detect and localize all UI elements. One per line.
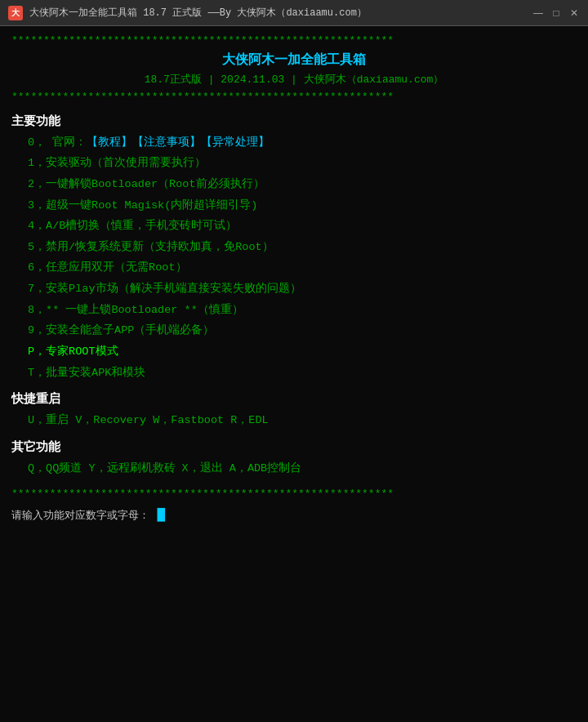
stars-top: ****************************************… bbox=[11, 33, 577, 49]
app-icon-text: 大 bbox=[11, 7, 20, 19]
menu-key-5: 5， bbox=[28, 241, 46, 253]
input-cursor: █ bbox=[158, 508, 166, 523]
main-content: ****************************************… bbox=[0, 26, 588, 722]
menu-item-t[interactable]: T，批量安装APK和模块 bbox=[11, 363, 577, 384]
other-functions-items[interactable]: Q，QQ频道 Y，远程刷机救砖 X，退出 A，ADB控制台 bbox=[11, 458, 577, 479]
menu-item-6[interactable]: 6，任意应用双开（无需Root） bbox=[11, 257, 577, 279]
stars-second: ****************************************… bbox=[11, 89, 577, 105]
close-button[interactable]: ✕ bbox=[568, 7, 580, 19]
menu-item-9[interactable]: 9，安装全能盒子APP（手机端必备） bbox=[11, 320, 577, 341]
menu-item-3[interactable]: 3，超级一键Root Magisk(内附超详细引导) bbox=[11, 195, 577, 216]
input-area: 请输入功能对应数字或字母： █ bbox=[11, 506, 577, 525]
menu-item-2[interactable]: 2，一键解锁Bootloader（Root前必须执行） bbox=[11, 174, 577, 195]
menu-key-6: 6， bbox=[28, 261, 46, 274]
menu-key-4: 4， bbox=[28, 220, 46, 232]
title-bar-controls: — □ ✕ bbox=[532, 7, 580, 19]
menu-text-4: A/B槽切换（慎重，手机变砖时可试） bbox=[46, 220, 237, 232]
menu-item-0[interactable]: 0， 官网：【教程】【注意事项】【异常处理】 bbox=[11, 132, 577, 154]
menu-key-0: 0， bbox=[28, 136, 46, 149]
title-bar-left: 大 大侠阿木一加全能工具箱 18.7 正式版 ——By 大侠阿木（daxiaam… bbox=[8, 6, 367, 20]
menu-item-8[interactable]: 8，** 一键上锁Bootloader **（慎重） bbox=[11, 300, 577, 321]
menu-text-t: 批量安装APK和模块 bbox=[46, 367, 145, 379]
menu-text-0-prefix: 官网： bbox=[52, 136, 87, 149]
menu-item-5[interactable]: 5，禁用/恢复系统更新（支持欧加真，免Root） bbox=[11, 237, 577, 258]
menu-text-2: 一键解锁Bootloader（Root前必须执行） bbox=[46, 178, 264, 190]
menu-text-9: 安装全能盒子APP（手机端必备） bbox=[46, 324, 214, 336]
menu-text-p: 专家ROOT模式 bbox=[46, 345, 118, 358]
menu-item-7[interactable]: 7，安装Play市场（解决手机端直接安装失败的问题） bbox=[11, 279, 577, 300]
input-prompt-label: 请输入功能对应数字或字母： bbox=[11, 510, 149, 522]
menu-key-2: 2， bbox=[28, 178, 46, 190]
maximize-button[interactable]: □ bbox=[550, 7, 562, 19]
menu-item-4[interactable]: 4，A/B槽切换（慎重，手机变砖时可试） bbox=[11, 216, 577, 237]
app-title: 大侠阿木一加全能工具箱 bbox=[11, 49, 577, 73]
menu-text-8: ** 一键上锁Bootloader **（慎重） bbox=[46, 304, 243, 316]
quick-restart-header: 快捷重启 bbox=[11, 391, 577, 407]
menu-key-t: T， bbox=[28, 367, 46, 379]
app-icon: 大 bbox=[8, 6, 23, 20]
main-section-header: 主要功能 bbox=[11, 114, 577, 129]
menu-key-p: P， bbox=[28, 345, 46, 358]
menu-item-1[interactable]: 1，安装驱动（首次使用需要执行） bbox=[11, 153, 577, 174]
menu-key-3: 3， bbox=[28, 199, 46, 212]
menu-item-p[interactable]: P，专家ROOT模式 bbox=[11, 341, 577, 363]
menu-text-3: 超级一键Root Magisk(内附超详细引导) bbox=[46, 199, 257, 212]
menu-text-1: 安装驱动（首次使用需要执行） bbox=[46, 157, 206, 169]
quick-restart-items[interactable]: U，重启 V，Recovery W，Fastboot R，EDL bbox=[11, 410, 577, 431]
menu-key-8: 8， bbox=[28, 304, 46, 316]
other-functions-header: 其它功能 bbox=[11, 439, 577, 455]
menu-key-1: 1， bbox=[28, 157, 46, 169]
menu-key-7: 7， bbox=[28, 283, 46, 295]
menu-text-5: 禁用/恢复系统更新（支持欧加真，免Root） bbox=[46, 241, 274, 253]
stars-bottom: ****************************************… bbox=[11, 486, 577, 502]
menu-key-9: 9， bbox=[28, 324, 46, 336]
title-bar-text: 大侠阿木一加全能工具箱 18.7 正式版 ——By 大侠阿木（daxiaamu.… bbox=[29, 6, 367, 20]
menu-link-0[interactable]: 【教程】【注意事项】【异常处理】 bbox=[87, 136, 270, 149]
title-bar: 大 大侠阿木一加全能工具箱 18.7 正式版 ——By 大侠阿木（daxiaam… bbox=[0, 0, 588, 26]
minimize-button[interactable]: — bbox=[532, 7, 544, 19]
app-subtitle: 18.7正式版 | 2024.11.03 | 大侠阿木（daxiaamu.com… bbox=[11, 72, 577, 89]
menu-text-7: 安装Play市场（解决手机端直接安装失败的问题） bbox=[46, 283, 301, 295]
menu-text-6: 任意应用双开（无需Root） bbox=[46, 261, 186, 274]
